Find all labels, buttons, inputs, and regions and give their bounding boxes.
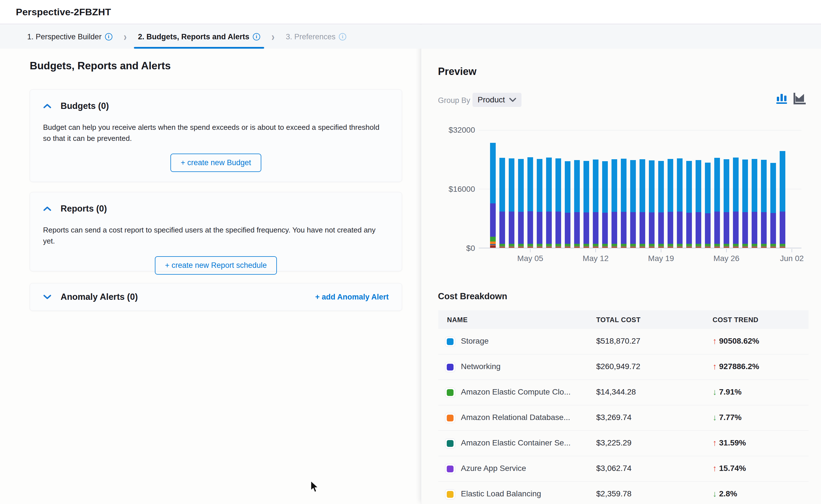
stacked-bar[interactable] (770, 163, 776, 248)
tab-perspective-builder[interactable]: 1. Perspective Builder i (22, 25, 117, 49)
cost-trend-value: ↑31.59% (713, 438, 746, 448)
bar-segment-amazon-elastic-compute-cloud (509, 244, 514, 246)
stacked-bar[interactable] (630, 160, 636, 248)
stacked-bar[interactable] (752, 159, 757, 248)
bar-segment-amazon-elastic-compute-cloud (752, 244, 757, 246)
bar-segment-amazon-elastic-compute-cloud (490, 237, 496, 242)
tab-budgets-reports-alerts[interactable]: 2. Budgets, Reports and Alerts i (133, 25, 265, 49)
bar-segment-amazon-elastic-compute-cloud (649, 244, 655, 246)
stacked-bar[interactable] (742, 160, 748, 248)
bar-segment-networking (574, 212, 580, 244)
info-icon[interactable]: i (105, 33, 112, 40)
x-axis-label: May 12 (576, 254, 615, 263)
bar-segment-other (696, 247, 701, 248)
group-by-select[interactable]: Product (472, 93, 521, 107)
bar-segment-amazon-elastic-compute-cloud (574, 244, 580, 246)
bar-segment-amazon-elastic-compute-cloud (621, 244, 627, 246)
bar-segment-amazon-elastic-compute-cloud (565, 244, 570, 246)
stacked-bar[interactable] (546, 158, 552, 248)
bar-segment-storage (686, 161, 692, 212)
bar-segment-networking (686, 213, 692, 244)
reports-card-title: Reports (0) (61, 204, 107, 214)
stacked-bar[interactable] (537, 159, 542, 248)
bar-segment-networking (761, 212, 767, 244)
cost-breakdown-row[interactable]: Elastic Load Balancing$2,359.78↓2.8% (438, 482, 809, 504)
stacked-bar[interactable] (640, 159, 645, 248)
bar-segment-amazon-elastic-compute-cloud (602, 244, 608, 246)
bar-segment-storage (770, 163, 776, 213)
stacked-bar[interactable] (658, 161, 664, 248)
stacked-bar[interactable] (780, 151, 785, 248)
bar-segment-amazon-elastic-compute-cloud (583, 244, 589, 246)
stacked-bar[interactable] (724, 159, 729, 248)
cost-breakdown-row[interactable]: Amazon Elastic Compute Clo...$14,344.28↓… (438, 380, 809, 405)
info-icon[interactable]: i (339, 33, 346, 40)
stacked-bar[interactable] (490, 143, 496, 248)
bar-segment-networking (640, 212, 645, 244)
service-name: Amazon Elastic Compute Clo... (461, 387, 571, 397)
bar-segment-storage (742, 160, 748, 212)
stacked-bar[interactable] (733, 158, 739, 248)
service-name: Azure App Service (461, 464, 526, 473)
service-name: Storage (461, 337, 489, 346)
create-budget-button[interactable]: + create new Budget (170, 154, 261, 172)
trend-percent: 31.59% (719, 438, 746, 447)
stacked-bar[interactable] (668, 159, 673, 248)
bar-segment-storage (583, 161, 589, 212)
stacked-bar[interactable] (696, 160, 701, 248)
preview-bar-chart[interactable] (479, 130, 801, 248)
bar-segment-networking (565, 213, 570, 244)
bar-segment-networking (677, 212, 683, 244)
stacked-bar[interactable] (705, 163, 711, 248)
bar-segment-other (537, 247, 542, 248)
bar-segment-amazon-elastic-compute-cloud (593, 244, 598, 246)
bar-segment-storage (714, 158, 720, 211)
stacked-bar[interactable] (677, 158, 683, 248)
stacked-bar[interactable] (499, 158, 505, 248)
bar-segment-other (565, 247, 570, 248)
bar-segment-amazon-relational-database (490, 242, 496, 244)
cost-breakdown-row[interactable]: Storage$518,870.27↑90508.62% (438, 329, 809, 354)
bar-segment-other (602, 247, 608, 248)
stacked-bar[interactable] (611, 159, 617, 248)
create-report-schedule-button[interactable]: + create new Report schedule (155, 256, 277, 275)
cost-breakdown-row[interactable]: Networking$260,949.72↑927886.2% (438, 354, 809, 380)
stacked-bar[interactable] (565, 161, 570, 248)
stacked-bar[interactable] (761, 160, 767, 248)
series-color-swatch (445, 413, 455, 423)
bar-chart-toggle-icon[interactable] (775, 92, 788, 105)
stacked-bar[interactable] (593, 160, 598, 248)
bar-segment-storage (658, 161, 664, 213)
collapse-chevron-up-icon[interactable] (43, 206, 51, 212)
stacked-bar[interactable] (518, 159, 524, 248)
add-anomaly-alert-link[interactable]: + add Anomaly Alert (315, 293, 389, 301)
collapse-chevron-up-icon[interactable] (43, 103, 51, 109)
bar-segment-storage (621, 159, 627, 212)
cost-breakdown-row[interactable]: Azure App Service$3,062.74↑15.74% (438, 456, 809, 482)
stacked-bar[interactable] (649, 160, 655, 248)
expand-chevron-down-icon[interactable] (43, 294, 51, 300)
bar-segment-other (649, 247, 655, 248)
cost-breakdown-row[interactable]: Amazon Elastic Container Se...$3,225.29↑… (438, 431, 809, 456)
stacked-bar[interactable] (574, 160, 580, 248)
stacked-bar[interactable] (555, 158, 561, 248)
area-chart-toggle-icon[interactable] (793, 92, 806, 105)
cost-breakdown-table: NAME TOTAL COST COST TREND Storage$518,8… (438, 310, 809, 504)
anomaly-alerts-title: Anomaly Alerts (0) (61, 292, 138, 302)
stacked-bar[interactable] (602, 161, 608, 248)
info-icon[interactable]: i (253, 33, 260, 40)
cost-breakdown-row[interactable]: Amazon Relational Database...$3,269.74↓7… (438, 405, 809, 431)
group-by-value: Product (478, 95, 505, 104)
tab-preferences[interactable]: 3. Preferences i (281, 25, 352, 49)
stacked-bar[interactable] (583, 161, 589, 248)
stacked-bar[interactable] (509, 158, 514, 248)
cost-trend-value: ↓2.8% (713, 489, 737, 499)
bar-segment-networking (537, 212, 542, 244)
stacked-bar[interactable] (621, 159, 627, 248)
stacked-bar[interactable] (714, 158, 720, 248)
stacked-bar[interactable] (527, 157, 533, 248)
stacked-bar[interactable] (686, 161, 692, 248)
bar-segment-other (724, 247, 729, 248)
column-header-name: NAME (447, 316, 468, 324)
bar-segment-amazon-elastic-compute-cloud (546, 244, 552, 246)
